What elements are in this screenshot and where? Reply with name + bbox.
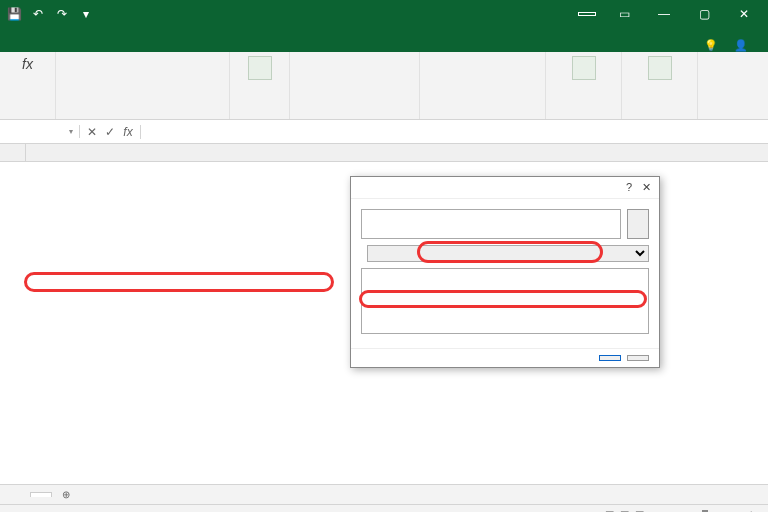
ribbon: fx	[0, 52, 768, 120]
redo-icon[interactable]: ↷	[52, 4, 72, 24]
ribbon-tabs: 💡 👤	[0, 28, 768, 52]
qat-dropdown-icon[interactable]: ▾	[76, 4, 96, 24]
ok-button[interactable]	[599, 355, 621, 361]
calc-options-icon	[648, 56, 672, 80]
formula-bar: ▾ ✕ ✓ fx	[0, 120, 768, 144]
select-all-corner[interactable]	[0, 144, 26, 161]
name-box[interactable]: ▾	[0, 125, 80, 138]
watch-window-icon	[572, 56, 596, 80]
quick-access-toolbar: 💾 ↶ ↷ ▾	[4, 4, 96, 24]
titlebar: 💾 ↶ ↷ ▾ ▭ — ▢ ✕	[0, 0, 768, 28]
close-icon[interactable]: ✕	[724, 0, 764, 28]
save-icon[interactable]: 💾	[4, 4, 24, 24]
window-controls: ▭ — ▢ ✕	[604, 0, 764, 28]
maximize-icon[interactable]: ▢	[684, 0, 724, 28]
group-function-library	[62, 116, 223, 117]
group-calculation	[628, 116, 691, 117]
new-sheet-button[interactable]: ⊕	[56, 487, 76, 502]
cancel-button[interactable]	[627, 355, 649, 361]
category-select[interactable]	[367, 245, 649, 262]
insert-function-dialog: ? ✕	[350, 176, 660, 368]
tell-me-icon: 💡	[704, 39, 718, 52]
find-button[interactable]	[627, 209, 649, 239]
ribbon-options-icon[interactable]: ▭	[604, 0, 644, 28]
name-manager-button[interactable]	[236, 54, 283, 84]
share-icon: 👤	[734, 39, 748, 52]
calc-options-button[interactable]	[628, 54, 691, 84]
search-function-input[interactable]	[361, 209, 621, 239]
cancel-formula-icon[interactable]: ✕	[84, 125, 100, 139]
dialog-close-icon[interactable]: ✕	[642, 181, 651, 194]
formula-input[interactable]	[141, 130, 768, 134]
function-list[interactable]	[361, 268, 649, 334]
sheet-tab[interactable]	[30, 492, 52, 497]
status-bar: ▦ ▤ ▥ − +	[0, 504, 768, 512]
minimize-icon[interactable]: —	[644, 0, 684, 28]
login-button[interactable]	[578, 12, 596, 16]
dialog-help-icon[interactable]: ?	[626, 181, 632, 194]
name-manager-icon	[248, 56, 272, 80]
enter-formula-icon[interactable]: ✓	[102, 125, 118, 139]
highlight-oval-cell	[24, 272, 334, 292]
insert-function-button[interactable]: fx	[6, 54, 49, 76]
watch-window-button[interactable]	[552, 54, 615, 84]
sheet-tabs: ⊕	[0, 484, 768, 504]
group-formula-auditing	[426, 116, 539, 117]
undo-icon[interactable]: ↶	[28, 4, 48, 24]
fx-icon[interactable]: fx	[120, 125, 136, 139]
group-defined-names	[296, 116, 413, 117]
